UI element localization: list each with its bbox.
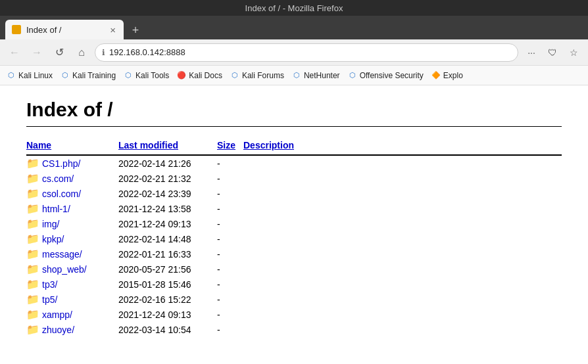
dir-size-cell: - bbox=[217, 155, 243, 171]
dir-date-cell: 2021-12-24 13:58 bbox=[118, 201, 217, 216]
dir-name-cell: 📁img/ bbox=[26, 216, 118, 231]
tab-close-button[interactable]: × bbox=[109, 25, 117, 35]
table-row: 📁csol.com/2022-02-14 23:39- bbox=[26, 186, 562, 201]
bookmark-kali-linux[interactable]: ⬡ Kali Linux bbox=[7, 71, 53, 80]
folder-icon: 📁 bbox=[26, 323, 39, 336]
tab-bar: Index of / × + bbox=[0, 16, 588, 39]
back-icon: ← bbox=[9, 47, 20, 58]
kali-tools-label: Kali Tools bbox=[135, 71, 169, 80]
dir-link[interactable]: 📁kpkp/ bbox=[26, 233, 113, 245]
address-bar[interactable]: ℹ 192.168.0.142:8888 bbox=[95, 43, 518, 62]
folder-icon: 📁 bbox=[26, 293, 39, 306]
dir-link[interactable]: 📁tp5/ bbox=[26, 293, 113, 306]
dir-desc-cell bbox=[243, 307, 562, 322]
folder-icon: 📁 bbox=[26, 187, 39, 200]
dir-date-cell: 2022-01-21 16:33 bbox=[118, 246, 217, 262]
sort-size-link[interactable]: Size bbox=[217, 140, 235, 150]
home-button[interactable]: ⌂ bbox=[72, 43, 91, 62]
bookmark-kali-docs[interactable]: 🔴 Kali Docs bbox=[177, 71, 222, 80]
dir-date-cell: 2020-05-27 21:56 bbox=[118, 262, 217, 277]
folder-icon: 📁 bbox=[26, 248, 39, 260]
dir-name-cell: 📁xampp/ bbox=[26, 307, 118, 322]
dir-name-cell: 📁csol.com/ bbox=[26, 186, 118, 201]
directory-table: Name Last modified Size Description 📁CS1… bbox=[26, 137, 562, 337]
dir-link[interactable]: 📁shop_web/ bbox=[26, 263, 113, 275]
dir-size-cell: - bbox=[217, 171, 243, 186]
bookmark-kali-training[interactable]: ⬡ Kali Training bbox=[61, 71, 116, 80]
dir-name-cell: 📁shop_web/ bbox=[26, 262, 118, 277]
bookmarks-bar: ⬡ Kali Linux ⬡ Kali Training ⬡ Kali Tool… bbox=[0, 66, 588, 85]
dir-size-cell: - bbox=[217, 262, 243, 277]
new-tab-button[interactable]: + bbox=[126, 21, 145, 39]
dir-desc-cell bbox=[243, 262, 562, 277]
forward-button[interactable]: → bbox=[28, 43, 46, 62]
dir-desc-cell bbox=[243, 216, 562, 231]
dir-desc-cell bbox=[243, 292, 562, 307]
bookmark-explo[interactable]: 🔶 Explo bbox=[431, 71, 463, 80]
kali-forums-icon: ⬡ bbox=[230, 71, 239, 80]
dir-size-cell: - bbox=[217, 307, 243, 322]
nav-extra-buttons: ··· 🛡 ☆ bbox=[522, 43, 583, 62]
offensive-security-icon: ⬡ bbox=[348, 71, 357, 80]
dir-size-cell: - bbox=[217, 216, 243, 231]
dir-link[interactable]: 📁img/ bbox=[26, 217, 113, 230]
page-content: Index of / Name Last modified Size Descr… bbox=[0, 85, 588, 364]
dir-desc-cell bbox=[243, 246, 562, 262]
kali-docs-label: Kali Docs bbox=[189, 71, 222, 80]
folder-icon: 📁 bbox=[26, 157, 39, 170]
sort-desc-link[interactable]: Description bbox=[243, 140, 294, 150]
window-title: Index of / - Mozilla Firefox bbox=[245, 3, 343, 13]
tab-favicon bbox=[12, 25, 21, 34]
offensive-security-label: Offensive Security bbox=[360, 71, 424, 80]
dir-size-cell: - bbox=[217, 186, 243, 201]
sort-name-link[interactable]: Name bbox=[26, 140, 51, 150]
dir-date-cell: 2022-02-14 23:39 bbox=[118, 186, 217, 201]
more-button[interactable]: ··· bbox=[522, 43, 541, 62]
back-button[interactable]: ← bbox=[5, 43, 24, 62]
table-row: 📁img/2021-12-24 09:13- bbox=[26, 216, 562, 231]
dir-name-cell: 📁cs.com/ bbox=[26, 171, 118, 186]
nav-bar: ← → ↺ ⌂ ℹ 192.168.0.142:8888 ··· 🛡 ☆ bbox=[0, 39, 588, 66]
dir-link[interactable]: 📁CS1.php/ bbox=[26, 157, 113, 170]
kali-training-label: Kali Training bbox=[72, 71, 116, 80]
bookmark-kali-tools[interactable]: ⬡ Kali Tools bbox=[124, 71, 169, 80]
forward-icon: → bbox=[32, 47, 42, 58]
table-header-row: Name Last modified Size Description bbox=[26, 137, 562, 155]
bookmark-offensive-security[interactable]: ⬡ Offensive Security bbox=[348, 71, 424, 80]
folder-icon: 📁 bbox=[26, 233, 39, 245]
shield-button[interactable]: 🛡 bbox=[543, 43, 562, 62]
table-row: 📁zhuoye/2022-03-14 10:54- bbox=[26, 322, 562, 337]
kali-training-icon: ⬡ bbox=[61, 71, 70, 80]
dir-date-cell: 2022-03-14 10:54 bbox=[118, 322, 217, 337]
table-row: 📁message/2022-01-21 16:33- bbox=[26, 246, 562, 262]
sort-date-link[interactable]: Last modified bbox=[118, 140, 178, 150]
table-row: 📁kpkp/2022-02-14 14:48- bbox=[26, 231, 562, 246]
dir-link[interactable]: 📁html-1/ bbox=[26, 202, 113, 215]
home-icon: ⌂ bbox=[78, 47, 85, 58]
dir-link[interactable]: 📁xampp/ bbox=[26, 308, 113, 321]
folder-icon: 📁 bbox=[26, 202, 39, 215]
active-tab[interactable]: Index of / × bbox=[5, 20, 124, 39]
folder-icon: 📁 bbox=[26, 278, 39, 290]
dir-link[interactable]: 📁csol.com/ bbox=[26, 187, 113, 200]
dir-size-cell: - bbox=[217, 231, 243, 246]
title-bar: Index of / - Mozilla Firefox bbox=[0, 0, 588, 16]
dir-link[interactable]: 📁zhuoye/ bbox=[26, 323, 113, 336]
reload-button[interactable]: ↺ bbox=[50, 43, 68, 62]
dir-desc-cell bbox=[243, 186, 562, 201]
dir-name-cell: 📁kpkp/ bbox=[26, 231, 118, 246]
dir-name-cell: 📁tp5/ bbox=[26, 292, 118, 307]
dir-link[interactable]: 📁message/ bbox=[26, 248, 113, 260]
dir-size-cell: - bbox=[217, 277, 243, 292]
dir-link[interactable]: 📁tp3/ bbox=[26, 278, 113, 290]
bookmark-nethunter[interactable]: ⬡ NetHunter bbox=[292, 71, 340, 80]
page-title: Index of / bbox=[26, 99, 562, 127]
nethunter-icon: ⬡ bbox=[292, 71, 301, 80]
dir-desc-cell bbox=[243, 155, 562, 171]
bookmark-kali-forums[interactable]: ⬡ Kali Forums bbox=[230, 71, 284, 80]
tab-title: Index of / bbox=[26, 25, 103, 35]
dir-desc-cell bbox=[243, 201, 562, 216]
dir-link[interactable]: 📁cs.com/ bbox=[26, 172, 113, 185]
kali-tools-icon: ⬡ bbox=[124, 71, 133, 80]
bookmark-button[interactable]: ☆ bbox=[564, 43, 583, 62]
